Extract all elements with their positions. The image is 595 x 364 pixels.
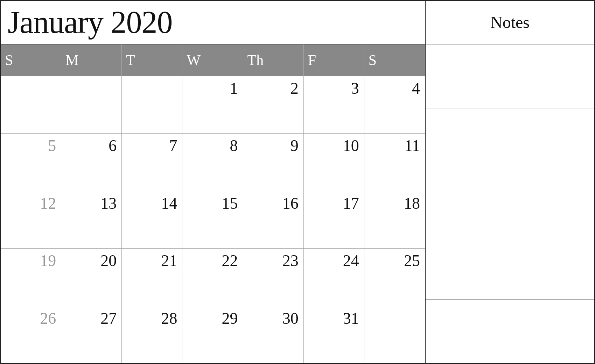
day-cell-30: 30 (243, 306, 304, 363)
day-cell-16: 16 (243, 191, 304, 248)
day-cell-6: 6 (61, 134, 122, 191)
calendar-body: S M T W Th F S 1 2 3 4 (1, 44, 594, 363)
day-cell-4: 4 (364, 76, 425, 133)
month-title: January 2020 (8, 4, 172, 40)
day-cell-15: 15 (182, 191, 243, 248)
day-cell-18: 18 (364, 191, 425, 248)
calendar-container: January 2020 Notes S M T W Th F S (0, 0, 595, 364)
notes-title: Notes (490, 13, 530, 32)
week-row-5: 26 27 28 29 30 31 (1, 306, 425, 363)
day-header-fri: F (304, 44, 364, 76)
day-cell-19: 19 (1, 249, 61, 306)
day-cell-8: 8 (182, 134, 243, 191)
day-cell-10: 10 (304, 134, 364, 191)
day-header-mon: M (61, 44, 122, 76)
day-cell-9: 9 (243, 134, 304, 191)
week-row-2: 5 6 7 8 9 10 11 (1, 133, 425, 191)
day-header-tue: T (122, 44, 182, 76)
day-cell-20: 20 (61, 249, 122, 306)
calendar-grid: S M T W Th F S 1 2 3 4 (1, 44, 426, 363)
day-cell-29: 29 (182, 306, 243, 363)
day-cell-7: 7 (122, 134, 182, 191)
notes-row-2[interactable] (426, 108, 594, 172)
day-cell-1: 1 (182, 76, 243, 133)
notes-row-5[interactable] (426, 299, 594, 363)
day-cell-27: 27 (61, 306, 122, 363)
day-cell-24: 24 (304, 249, 364, 306)
notes-row-4[interactable] (426, 236, 594, 300)
day-cell-empty-end (364, 306, 425, 363)
day-cell-11: 11 (364, 134, 425, 191)
notes-header-cell: Notes (426, 1, 594, 44)
notes-column[interactable] (426, 44, 594, 363)
day-header-thu: Th (243, 44, 304, 76)
day-cell-28: 28 (122, 306, 182, 363)
day-cell-14: 14 (122, 191, 182, 248)
notes-row-3[interactable] (426, 172, 594, 236)
week-row-1: 1 2 3 4 (1, 76, 425, 133)
day-cell (61, 76, 122, 133)
day-cell-26: 26 (1, 306, 61, 363)
day-cell-21: 21 (122, 249, 182, 306)
top-row: January 2020 Notes (1, 1, 594, 44)
day-header-sat: S (364, 44, 425, 76)
day-header-wed: W (182, 44, 243, 76)
day-cell-13: 13 (61, 191, 122, 248)
day-header-sun: S (1, 44, 61, 76)
day-cell-12: 12 (1, 191, 61, 248)
weeks-container: 1 2 3 4 5 6 7 8 9 10 11 12 (1, 76, 425, 363)
day-cell-25: 25 (364, 249, 425, 306)
week-row-4: 19 20 21 22 23 24 25 (1, 248, 425, 306)
day-cell-5: 5 (1, 134, 61, 191)
day-cell (122, 76, 182, 133)
week-row-3: 12 13 14 15 16 17 18 (1, 191, 425, 248)
day-cell (1, 76, 61, 133)
day-headers-row: S M T W Th F S (1, 44, 425, 76)
day-cell-22: 22 (182, 249, 243, 306)
day-cell-31: 31 (304, 306, 364, 363)
notes-row-1[interactable] (426, 44, 594, 108)
day-cell-3: 3 (304, 76, 364, 133)
day-cell-17: 17 (304, 191, 364, 248)
day-cell-23: 23 (243, 249, 304, 306)
day-cell-2: 2 (243, 76, 304, 133)
month-title-cell: January 2020 (1, 1, 426, 44)
